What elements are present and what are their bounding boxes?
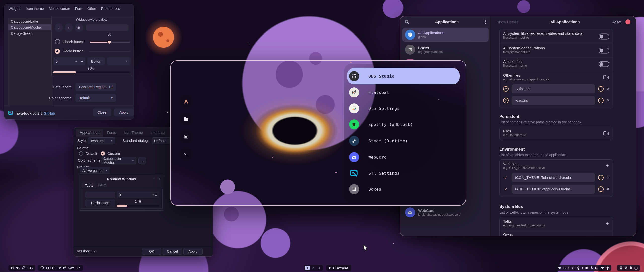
file-icon[interactable] (630, 266, 633, 270)
connectivity-widget[interactable] (598, 265, 611, 271)
launcher-item-obs[interactable]: OBS Studio (347, 68, 460, 84)
spin-plus[interactable]: + (81, 59, 83, 63)
host-etc-toggle[interactable] (599, 48, 609, 53)
menu-mouse-cursor[interactable]: Mouse cursor (49, 7, 70, 11)
help-icon[interactable]: ? (503, 86, 509, 92)
active-palette-dropdown[interactable]: Active palette ▼ (80, 167, 110, 174)
record-button[interactable]: ◉ (75, 23, 83, 32)
check-icon: ✓ (503, 175, 509, 180)
launcher-item-flatseal[interactable]: Flatseal (347, 85, 460, 99)
active-window-widget[interactable]: Flatseal (326, 265, 351, 271)
tab-icon-theme[interactable]: Icon Theme (120, 129, 146, 137)
github-link[interactable]: GitHub (44, 111, 55, 115)
qt-color-scheme-dropdown[interactable]: Catppuccin-Mocha ▼ (101, 157, 136, 164)
style-dropdown[interactable]: kvantum ▼ (88, 137, 115, 144)
help-icon[interactable]: ? (503, 98, 509, 103)
sidebar-item-all-applications[interactable]: All Applicationsglobal (403, 28, 489, 42)
forward-button[interactable]: › (65, 23, 73, 32)
power-icon[interactable] (634, 266, 638, 270)
workspace-3[interactable]: 3 (317, 266, 321, 270)
preview-spinbox[interactable]: 0 ▼ ▲ (117, 192, 159, 198)
add-variable-icon[interactable]: + (606, 163, 609, 169)
path-input-themes[interactable] (512, 84, 595, 93)
search-icon[interactable] (405, 20, 409, 24)
slider-knob[interactable] (107, 40, 111, 44)
remove-variable-icon[interactable]: × (607, 187, 609, 192)
launcher-item-spotify[interactable]: Spotify (adblock) (347, 117, 460, 131)
menu-widgets[interactable]: Widgets (9, 7, 21, 11)
close-window-button[interactable] (625, 19, 630, 24)
palette-default-radio[interactable] (79, 151, 83, 156)
add-folder-icon[interactable] (603, 75, 609, 79)
variable-input-icon-theme[interactable] (512, 173, 595, 182)
launcher-item-qt5-settings[interactable]: Qt5 Settings (347, 101, 460, 115)
mouse-cursor (363, 244, 369, 251)
launcher-files-mode-button[interactable] (180, 113, 192, 125)
push-button[interactable]: PushButton (85, 200, 115, 206)
system-stats-widget[interactable]: 9% 13% (8, 265, 35, 271)
menu-icon-theme[interactable]: Icon theme (26, 7, 44, 11)
menu-other[interactable]: Other (87, 7, 96, 11)
tab-fonts[interactable]: Fonts (103, 129, 120, 137)
default-font-button[interactable]: Cantarell Regular 10 (75, 83, 116, 91)
theme-item-latte[interactable]: Catppuccin-Latte (8, 18, 53, 24)
remove-path-icon[interactable]: × (607, 86, 609, 91)
tab-appearance[interactable]: Appearance (76, 129, 103, 137)
palette-icon[interactable] (624, 266, 628, 270)
qt-apply-button[interactable]: Apply (183, 248, 203, 255)
home-toggle[interactable] (599, 61, 609, 67)
color-scheme-more-button[interactable]: ... (138, 157, 146, 164)
warning-icon[interactable]: ! (598, 186, 604, 192)
menu-font[interactable]: Font (75, 7, 82, 11)
sidebar-item-boxes[interactable]: Boxesorg.gnome.Boxes (403, 43, 489, 57)
launcher-windows-mode-button[interactable] (180, 131, 192, 142)
ok-button[interactable]: OK (142, 248, 161, 255)
close-button[interactable]: Close (93, 108, 111, 116)
preview-tab-2[interactable]: Tab 2 (95, 183, 108, 188)
remove-path-icon[interactable]: × (607, 98, 609, 103)
launcher-terminal-mode-button[interactable]: >_ (180, 148, 192, 160)
warning-icon[interactable]: ! (598, 98, 604, 103)
nwg-look-app-icon (8, 110, 14, 116)
sample-combobox[interactable]: ▼ (107, 57, 131, 65)
launcher-apps-mode-button[interactable] (180, 95, 192, 107)
sample-entry[interactable] (86, 24, 129, 31)
tab-interface[interactable]: Interface (147, 129, 168, 137)
add-folder-icon[interactable] (603, 131, 609, 136)
theme-item-mocha[interactable]: Catppuccin-Mocha (8, 24, 53, 30)
kebab-menu-icon[interactable] (485, 20, 486, 24)
apply-button[interactable]: Apply (114, 108, 134, 116)
warning-icon[interactable]: ! (598, 175, 604, 180)
workspace-1[interactable]: 1 (305, 266, 310, 270)
workspace-2[interactable]: 2 (311, 266, 316, 270)
check-button-box[interactable] (55, 39, 60, 44)
launcher-item-webcord[interactable]: WebCord (347, 150, 460, 164)
launcher-item-steam[interactable]: Steam (Runtime) (347, 134, 460, 148)
theme-item-decay[interactable]: Decay-Green (8, 30, 53, 37)
show-details-button[interactable]: Show Details (497, 20, 519, 24)
sidebar-item-webcord[interactable]: WebCordio.github.spacingbat3.webcord (403, 205, 489, 219)
add-talk-icon[interactable]: + (606, 221, 609, 227)
color-scheme-dropdown[interactable]: Default ▼ (75, 94, 116, 102)
preview-line-edit[interactable] (85, 192, 115, 198)
back-button[interactable]: ‹ (55, 23, 63, 32)
variable-input-gtk-theme[interactable] (512, 185, 595, 194)
ghost-icon[interactable] (619, 266, 623, 270)
warning-icon[interactable]: ! (598, 86, 604, 92)
host-os-toggle[interactable] (599, 33, 609, 39)
menu-preferences[interactable]: Preferences (101, 7, 120, 11)
path-input-icons[interactable] (512, 96, 595, 105)
clock-widget[interactable]: 11:18 PM Sat 17 (38, 265, 83, 271)
maximize-icon[interactable]: + (158, 177, 160, 181)
preview-tab-1[interactable]: Tab 1 (82, 183, 96, 188)
launcher-item-gtk-settings[interactable]: GTK Settings (347, 166, 460, 180)
spin-button[interactable]: 0 − + (53, 57, 85, 65)
remove-variable-icon[interactable]: × (607, 175, 609, 180)
network-status-widget[interactable]: BSNL7G 1 2 (555, 265, 605, 271)
spin-minus[interactable]: − (75, 59, 77, 63)
minimize-icon[interactable]: − (153, 177, 155, 181)
launcher-item-boxes[interactable]: Boxes (347, 182, 460, 196)
reset-button[interactable]: Reset (612, 20, 621, 24)
sample-button[interactable]: Button (87, 57, 105, 65)
cancel-button[interactable]: Cancel (163, 248, 182, 255)
